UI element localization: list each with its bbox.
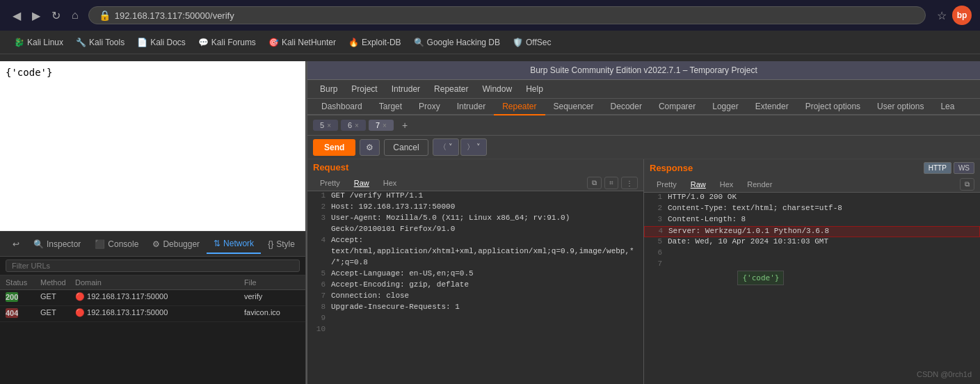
bookmark-star-button[interactable]: ☆: [937, 9, 947, 22]
tab-inspector[interactable]: 🔍 Inspector: [26, 235, 88, 253]
col-status-header: Status: [6, 277, 40, 288]
devtools-back-button[interactable]: ↩: [6, 235, 26, 253]
menu-window[interactable]: Window: [475, 81, 519, 97]
status-badge-404: 404: [6, 307, 40, 320]
menu-intruder[interactable]: Intruder: [385, 81, 427, 97]
request-tab-pretty[interactable]: Pretty: [313, 177, 347, 189]
refresh-button[interactable]: ↻: [47, 6, 65, 25]
tab-decoder[interactable]: Decoder: [602, 99, 650, 115]
menu-help[interactable]: Help: [519, 81, 550, 97]
tab-console-label: Console: [108, 239, 138, 249]
domain-icon-verify: 🔴: [75, 291, 85, 301]
tab-network[interactable]: ⇅ Network: [207, 234, 261, 254]
menu-burp[interactable]: Burp: [313, 81, 344, 97]
response-tab-raw[interactable]: Raw: [684, 178, 713, 191]
bookmark-kali-forums[interactable]: 💬 Kali Forums: [193, 36, 262, 49]
repeater-tab-6-close[interactable]: ×: [355, 122, 359, 129]
tab-logger[interactable]: Logger: [704, 99, 746, 115]
bookmark-kali-nethunter[interactable]: 🎯 Kali NetHunter: [263, 36, 342, 49]
watermark: CSDN @0rch1d: [917, 370, 972, 378]
request-copy-button[interactable]: ⧉: [587, 177, 602, 189]
col-file-header: File: [244, 277, 300, 288]
response-code-content: {'code'}: [737, 271, 784, 285]
settings-button[interactable]: ⚙: [360, 139, 380, 156]
bookmark-offsec-label: OffSec: [526, 38, 551, 47]
tab-learn[interactable]: Lea: [932, 99, 963, 115]
request-tab-raw[interactable]: Raw: [347, 177, 376, 189]
network-icon: ⇅: [214, 239, 220, 248]
tab-console[interactable]: ⬛ Console: [88, 235, 145, 253]
bookmark-kali-linux[interactable]: 🐉 Kali Linux: [8, 36, 69, 49]
req-line-3: 3User-Agent: Mozilla/5.0 (X11; Linux x86…: [307, 214, 643, 225]
devtools-panel: {'code'} ↩ 🔍 Inspector ⬛ Console ⚙ Debug…: [0, 61, 306, 384]
menu-repeater[interactable]: Repeater: [427, 81, 475, 97]
repeater-tab-7[interactable]: 7 ×: [369, 120, 394, 131]
home-button[interactable]: ⌂: [67, 6, 83, 24]
request-response-area: Request Pretty Raw Hex ⧉ ⌗ ⋮ 1GET /ver: [307, 159, 980, 384]
tab-proxy[interactable]: Proxy: [410, 99, 449, 115]
next-arrow-button[interactable]: 〉 ˅: [460, 138, 487, 156]
tab-user-options[interactable]: User options: [869, 99, 932, 115]
tab-intruder[interactable]: Intruder: [449, 99, 494, 115]
send-button[interactable]: Send: [313, 139, 355, 156]
network-row-favicon[interactable]: 404 GET 🔴 192.168.173.117:50000 favicon.…: [0, 306, 305, 322]
response-tab-actions: ⧉: [960, 178, 974, 191]
tab-extender[interactable]: Extender: [747, 99, 797, 115]
tab-comparer[interactable]: Comparer: [650, 99, 704, 115]
res-line-1: 1HTTP/1.0 200 OK: [644, 193, 980, 204]
tab-sequencer[interactable]: Sequencer: [545, 99, 602, 115]
tab-project-options[interactable]: Project options: [797, 99, 869, 115]
filter-urls-input[interactable]: [6, 259, 300, 272]
tab-repeater[interactable]: Repeater: [494, 99, 545, 115]
menu-project[interactable]: Project: [344, 81, 384, 97]
response-tab-hex[interactable]: Hex: [713, 178, 741, 191]
repeater-tab-7-close[interactable]: ×: [383, 122, 387, 129]
method-get-verify: GET: [40, 291, 75, 304]
bookmark-google-hacking-db[interactable]: 🔍 Google Hacking DB: [408, 36, 506, 49]
profile-button[interactable]: bp: [952, 6, 972, 25]
response-tab-pretty[interactable]: Pretty: [650, 178, 684, 191]
repeater-tab-6[interactable]: 6 ×: [341, 120, 366, 131]
tab-debugger[interactable]: ⚙ Debugger: [145, 235, 207, 253]
method-get-favicon: GET: [40, 307, 75, 320]
request-tab-hex[interactable]: Hex: [376, 177, 404, 189]
webpage-area: {'code'}: [0, 61, 305, 231]
repeater-tab-5-close[interactable]: ×: [327, 122, 331, 129]
request-code-area: 1GET /verify HTTP/1.1 2Host: 192.168.173…: [307, 191, 643, 384]
bookmark-kali-tools[interactable]: 🔧 Kali Tools: [70, 36, 130, 49]
res-line-6: 6: [644, 248, 980, 259]
bookmark-exploit-db[interactable]: 🔥 Exploit-DB: [343, 36, 407, 49]
filter-bar: [0, 257, 305, 275]
tab-dashboard[interactable]: Dashboard: [313, 99, 371, 115]
prev-arrow-button[interactable]: 〈 ˅: [433, 138, 459, 156]
request-wrap-button[interactable]: ⌗: [604, 177, 618, 189]
request-tab-actions: ⧉ ⌗ ⋮: [587, 177, 638, 189]
bookmark-kali-docs[interactable]: 📄 Kali Docs: [131, 36, 191, 49]
response-toggle-http[interactable]: HTTP: [924, 162, 951, 174]
repeater-tab-7-label: 7: [376, 121, 380, 129]
address-bar[interactable]: 🔒 192.168.173.117:50000/verify: [88, 6, 926, 24]
domain-favicon: 🔴 192.168.173.117:50000: [75, 307, 244, 320]
security-icon: 🔒: [99, 10, 111, 21]
tab-debugger-label: Debugger: [163, 239, 200, 249]
response-copy-button[interactable]: ⧉: [960, 178, 974, 191]
col-method-header: Method: [40, 277, 75, 288]
repeater-tabs: 5 × 6 × 7 × +: [307, 115, 980, 136]
repeater-tab-5[interactable]: 5 ×: [313, 120, 338, 131]
burp-window: Burp Suite Community Edition v2022.7.1 –…: [306, 61, 980, 384]
back-button[interactable]: ◀: [8, 6, 25, 25]
network-table: Status Method Domain File 200 GET 🔴 192.…: [0, 275, 305, 384]
tab-target[interactable]: Target: [371, 99, 410, 115]
cancel-button[interactable]: Cancel: [384, 139, 428, 156]
forward-button[interactable]: ▶: [28, 6, 45, 25]
response-toggle-ws[interactable]: WS: [954, 162, 974, 174]
response-panel-header: Response HTTP WS: [644, 159, 980, 177]
tab-style[interactable]: {} Style: [261, 235, 302, 253]
add-repeater-tab-button[interactable]: +: [396, 118, 413, 132]
response-tab-render[interactable]: Render: [740, 178, 779, 191]
network-row-verify[interactable]: 200 GET 🔴 192.168.173.117:50000 verify: [0, 290, 305, 306]
tab-style-label: Style: [276, 239, 295, 249]
request-more-button[interactable]: ⋮: [621, 177, 638, 189]
res-line-5: 5Date: Wed, 10 Apr 2024 10:31:03 GMT: [644, 237, 980, 248]
bookmark-offsec[interactable]: 🛡️ OffSec: [507, 36, 556, 49]
